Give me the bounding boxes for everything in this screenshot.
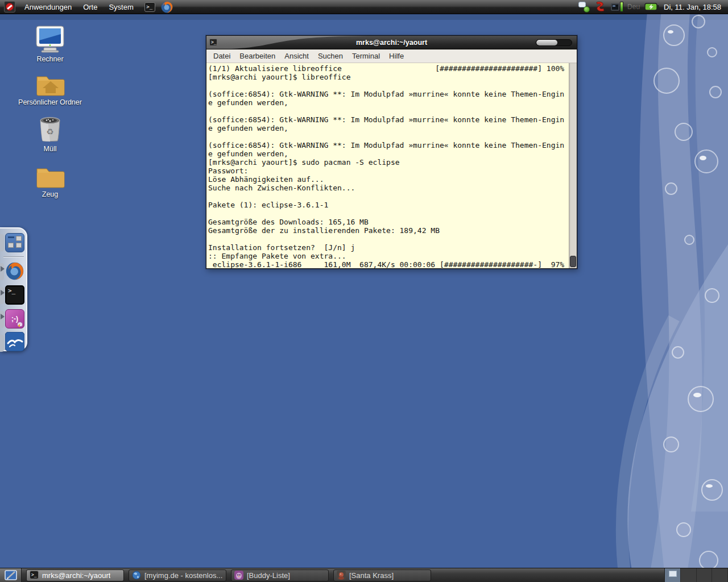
task-title: mrks@archi:~/yaourt: [42, 571, 110, 580]
terminal-icon: >_: [144, 2, 155, 12]
globe-icon: [132, 571, 141, 580]
system-tray: Deu Di, 11. Jan, 18:58: [575, 0, 728, 14]
menu-system[interactable]: System: [103, 0, 139, 14]
task-title: [myimg.de - kostenlos...: [144, 571, 222, 580]
dock-divider: [3, 256, 24, 257]
dock-item-openoffice[interactable]: [5, 332, 24, 351]
home-folder-icon: [35, 72, 65, 97]
folder-icon: [35, 164, 65, 189]
dock-drawer: >_ ;-): [0, 227, 27, 351]
desktop-grid-icon: [5, 233, 24, 252]
trash-icon: ♻: [36, 116, 64, 143]
desktop-icon-rechner[interactable]: Rechner: [5, 25, 96, 64]
cpu-level-bar: [620, 2, 623, 12]
distro-menu-icon[interactable]: [4, 1, 15, 13]
firefox-icon: [6, 262, 24, 280]
taskbar-task-terminal[interactable]: >_ mrks@archi:~/yaourt: [26, 569, 124, 581]
workspace-2[interactable]: [681, 568, 697, 582]
desktop-icon-persoenlicher-ordner[interactable]: Persönlicher Ordner: [5, 72, 96, 107]
dock-item-workspaces[interactable]: [5, 233, 24, 252]
taskbar-task-santa-krass[interactable]: [Santa Krass]: [333, 569, 431, 581]
chat-status-tray-icon[interactable]: [577, 0, 591, 14]
menu-datei[interactable]: Datei: [209, 50, 235, 62]
dock-item-firefox[interactable]: [5, 261, 24, 281]
avatar-icon: [337, 571, 346, 580]
window-controls[interactable]: [536, 39, 572, 46]
scrollbar-thumb[interactable]: [570, 256, 576, 267]
desktop-icon-label: Rechner: [36, 55, 63, 63]
system-monitor-tray-icon[interactable]: [609, 0, 625, 14]
terminal-launcher[interactable]: >_: [144, 1, 156, 13]
download-manager-tray-icon[interactable]: [593, 0, 607, 14]
monitor-icon: [611, 3, 619, 11]
menu-terminal[interactable]: Terminal: [348, 50, 384, 62]
task-title: [Santa Krass]: [349, 571, 394, 580]
dock-partial-icon[interactable]: [0, 234, 4, 251]
desktop-icon-label: Persönlicher Ordner: [18, 98, 82, 106]
battery-icon: [644, 3, 659, 11]
openoffice-icon: [5, 332, 24, 351]
terminal-screen[interactable]: (1/1) Aktualisiere libreoffice [########…: [206, 63, 569, 268]
show-desktop-button[interactable]: [0, 568, 22, 582]
workspace-window-thumb: [669, 571, 677, 577]
desktop-icon-label: Müll: [44, 145, 57, 153]
panel-clock[interactable]: Di, 11. Jan, 18:58: [664, 3, 721, 11]
menu-hilfe[interactable]: Hilfe: [384, 50, 408, 62]
top-panel: Anwendungen Orte System >_: [0, 0, 728, 14]
red-swirl-icon: [594, 1, 606, 13]
taskbar-task-buddy-liste[interactable]: [Buddy-Liste]: [231, 569, 329, 581]
bottom-panel: >_ mrks@archi:~/yaourt [myimg.de - koste…: [0, 568, 728, 582]
recycle-glyph: ♻: [46, 127, 53, 136]
taskbar-task-browser[interactable]: [myimg.de - kostenlos...: [129, 569, 226, 581]
firefox-launcher[interactable]: [161, 1, 173, 13]
terminal-icon: >_: [5, 285, 24, 305]
desktop-screen: Anwendungen Orte System >_: [0, 0, 728, 582]
desktop-icon-muell[interactable]: ♻ Müll: [5, 116, 96, 153]
keyboard-layout-indicator[interactable]: Deu: [627, 3, 640, 11]
battery-tray-icon[interactable]: [644, 0, 659, 14]
dock-partial-icon[interactable]: [0, 335, 4, 352]
menu-ansicht[interactable]: Ansicht: [280, 50, 313, 62]
terminal-icon: >_: [30, 571, 39, 580]
terminal-titlebar[interactable]: >_ mrks@archi:~/yaourt: [206, 36, 577, 49]
dock-item-pidgin[interactable]: ;-): [5, 309, 24, 329]
workspace-4[interactable]: [712, 568, 728, 582]
dock-item-terminal[interactable]: >_: [5, 285, 24, 305]
window-title: mrks@archi:~/yaourt: [206, 36, 577, 49]
terminal-body: (1/1) Aktualisiere libreoffice [########…: [206, 63, 577, 268]
workspace-3[interactable]: [697, 568, 713, 582]
firefox-icon: [161, 1, 173, 13]
menu-anwendungen[interactable]: Anwendungen: [19, 0, 77, 14]
terminal-menubar: Datei Bearbeiten Ansicht Suchen Terminal…: [206, 49, 577, 63]
terminal-output: (1/1) Aktualisiere libreoffice [########…: [206, 63, 569, 268]
task-title: [Buddy-Liste]: [247, 571, 290, 580]
workspace-switcher: [664, 568, 728, 582]
online-status-dot: [584, 6, 590, 13]
menu-suchen[interactable]: Suchen: [313, 50, 348, 62]
workspace-1[interactable]: [665, 568, 681, 582]
pidgin-icon: [234, 571, 243, 580]
show-desktop-icon: [4, 569, 18, 581]
pidgin-icon: ;-): [5, 309, 24, 329]
desktop-icon-label: Zeug: [42, 190, 59, 198]
terminal-window: >_ mrks@archi:~/yaourt Datei Bearbeiten …: [206, 35, 577, 269]
menu-orte[interactable]: Orte: [77, 0, 103, 14]
desktop-icon-zeug[interactable]: Zeug: [5, 164, 96, 199]
terminal-scrollbar[interactable]: [569, 63, 577, 268]
menu-bearbeiten[interactable]: Bearbeiten: [235, 50, 280, 62]
computer-icon: [35, 25, 65, 53]
